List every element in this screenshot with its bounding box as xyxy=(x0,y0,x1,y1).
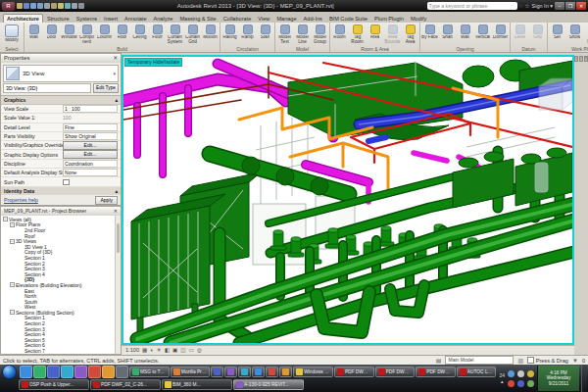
quicklaunch-icon[interactable] xyxy=(61,366,74,378)
property-value[interactable]: 1 : 100 xyxy=(63,105,118,113)
ribbon-button[interactable]: Ref Plane xyxy=(584,24,588,45)
ribbon-tab[interactable]: Massing & Site xyxy=(176,15,219,23)
ribbon-tab[interactable]: Manage xyxy=(273,15,299,23)
instance-selector[interactable]: 3D View: {3D} xyxy=(3,83,91,93)
ribbon-panel-label[interactable]: Model xyxy=(276,46,328,52)
qat-icon[interactable] xyxy=(58,3,64,9)
ribbon-panel-label[interactable]: Work Plane xyxy=(549,46,588,52)
tree-item[interactable]: Section 7 xyxy=(1,348,121,354)
ribbon-button[interactable]: Model Text xyxy=(276,24,293,45)
drawing-area[interactable]: Temporary Hide/Isolate xyxy=(122,55,574,345)
qat-icon[interactable] xyxy=(78,3,84,9)
quicklaunch-icon[interactable] xyxy=(33,366,46,378)
close-button[interactable]: ✕ xyxy=(576,2,586,10)
ribbon-button[interactable]: Grid xyxy=(529,24,546,40)
apply-button[interactable]: Apply xyxy=(95,196,118,205)
tray-icon[interactable] xyxy=(508,370,514,377)
ribbon-panel-label[interactable]: Datum xyxy=(512,46,546,52)
quicklaunch-icon[interactable] xyxy=(102,366,115,378)
ribbon-button[interactable]: Ceiling xyxy=(131,24,148,40)
taskbar-button[interactable]: Windows Live M... xyxy=(293,367,333,377)
taskbar-button[interactable]: Mozilla Program... xyxy=(171,367,211,377)
property-value[interactable] xyxy=(63,178,118,184)
edit-type-button[interactable]: Edit Type xyxy=(93,83,119,93)
type-selector[interactable]: 3D View ▾ xyxy=(3,65,119,82)
ribbon-button[interactable]: Column xyxy=(96,24,113,40)
restore-button[interactable]: ❐ xyxy=(565,2,575,10)
qat-icon[interactable] xyxy=(51,3,57,9)
ribbon-tab[interactable]: Systems xyxy=(74,15,100,23)
ribbon-button[interactable]: Tag Room xyxy=(349,24,366,45)
ribbon-tab[interactable]: Plum Plugin xyxy=(371,15,407,23)
taskbar-button[interactable] xyxy=(266,367,278,377)
minimize-button[interactable]: – xyxy=(555,2,564,10)
qat-icon[interactable] xyxy=(24,3,29,9)
ribbon-button[interactable]: Floor xyxy=(149,24,166,40)
temporary-hide-isolate-icon[interactable]: ▭ xyxy=(189,346,194,355)
ribbon-button[interactable]: Roof xyxy=(114,24,130,40)
expand-icon[interactable]: − xyxy=(10,222,15,227)
taskbar-button[interactable]: PDF DWF_04_14... xyxy=(375,367,416,377)
taskbar-button[interactable]: A-130-0-925 REVIT... xyxy=(233,379,304,390)
crop-view-icon[interactable]: ▣ xyxy=(172,346,177,355)
taskbar-button[interactable] xyxy=(224,367,237,377)
ribbon-button[interactable]: Area xyxy=(367,24,383,40)
visual-style-icon[interactable]: ◐ xyxy=(150,346,153,355)
expand-icon[interactable]: − xyxy=(3,217,8,221)
ribbon-tab[interactable]: Analyze xyxy=(151,15,176,23)
shadows-icon[interactable]: ◧ xyxy=(165,346,170,355)
reveal-hidden-icon[interactable]: ◎ xyxy=(197,346,202,355)
ribbon-button[interactable]: Wall xyxy=(25,24,42,40)
ribbon-button[interactable]: Wall xyxy=(457,24,473,40)
expand-icon[interactable]: − xyxy=(10,310,15,315)
ribbon-button[interactable]: Set xyxy=(549,24,565,40)
property-value[interactable]: Coordination xyxy=(63,160,118,168)
ribbon-tab[interactable]: Architecture xyxy=(3,14,43,23)
ribbon-tab[interactable]: BIM Code Suite xyxy=(326,15,370,23)
qat-icon[interactable] xyxy=(17,3,23,9)
ribbon-button[interactable]: Vertical xyxy=(474,24,491,40)
qat-icon[interactable] xyxy=(30,3,36,9)
qat-icon[interactable] xyxy=(37,3,43,9)
scale-control[interactable]: 1:100 xyxy=(125,346,139,355)
properties-close-icon[interactable]: ✕ xyxy=(113,54,118,63)
ribbon-button[interactable]: Railing xyxy=(221,24,238,40)
ribbon-button[interactable]: Room xyxy=(331,24,348,40)
ribbon-button[interactable]: Ramp xyxy=(239,24,256,40)
expand-icon[interactable]: − xyxy=(10,239,15,244)
taskbar-button[interactable]: PDF DWF_04_16... xyxy=(334,367,374,377)
ribbon-button[interactable]: Curtain System xyxy=(167,24,183,45)
revit-app-button[interactable]: R xyxy=(2,2,15,11)
view-minimize-icon[interactable]: – xyxy=(574,56,578,62)
quicklaunch-icon[interactable] xyxy=(20,366,32,378)
search-input[interactable]: Type a keyword or phrase xyxy=(427,2,517,10)
ribbon-button[interactable]: Modify xyxy=(1,24,23,43)
taskbar-button[interactable]: OSP Push & Upper... xyxy=(19,379,89,390)
3d-model-view[interactable] xyxy=(123,57,572,343)
ribbon-tab[interactable]: Add-Ins xyxy=(301,15,325,23)
ribbon-tab[interactable]: Insert xyxy=(101,15,121,23)
ribbon-button[interactable]: Model Group xyxy=(312,24,328,45)
press-drag-checkbox[interactable]: Press & Drag xyxy=(527,357,568,364)
ribbon-button[interactable]: Level xyxy=(512,24,528,40)
workset-dropdown[interactable]: Main Model xyxy=(445,356,514,365)
tray-icon[interactable] xyxy=(508,380,514,387)
worksets-icon[interactable]: ▤ xyxy=(436,357,442,364)
quicklaunch-icon[interactable] xyxy=(74,366,87,378)
ribbon-tab[interactable]: View xyxy=(255,15,272,23)
ribbon-tab[interactable]: Collaborate xyxy=(220,15,255,23)
property-value[interactable]: Show Original xyxy=(63,132,118,140)
ribbon-tab[interactable]: Annotate xyxy=(122,15,149,23)
taskbar-clock[interactable]: 4:16 PM Wednesday 9/21/2011 xyxy=(537,366,579,391)
ribbon-button[interactable]: Area Boundary xyxy=(384,24,401,45)
taskbar-button[interactable]: BIM_360 M... xyxy=(162,379,232,390)
qat-icon[interactable] xyxy=(44,3,50,9)
viewcube[interactable] xyxy=(539,78,572,110)
property-value[interactable]: 100 xyxy=(63,115,118,121)
quicklaunch-icon[interactable] xyxy=(116,366,128,378)
crop-region-icon[interactable]: ◫ xyxy=(180,346,185,355)
taskbar-button[interactable] xyxy=(211,367,223,377)
ribbon-button[interactable]: Mullion xyxy=(202,24,219,40)
ribbon-panel-label[interactable]: Circulation xyxy=(221,46,273,52)
ribbon-panel-label[interactable]: Room & Area xyxy=(331,46,418,52)
